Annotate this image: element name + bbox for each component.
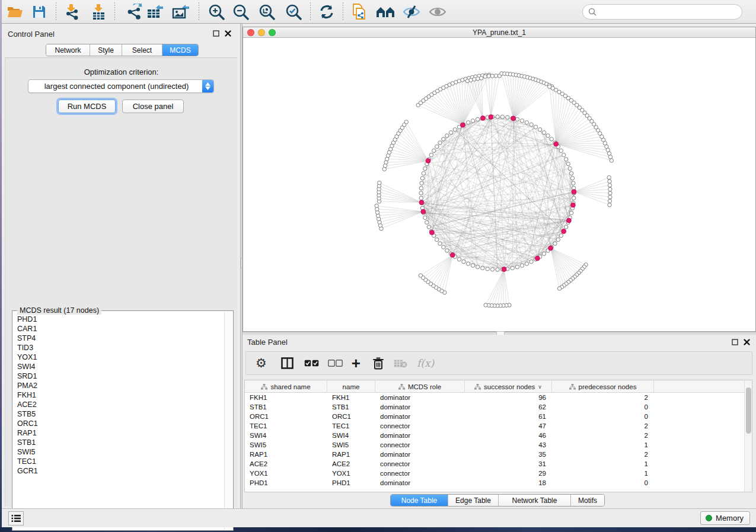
mcds-graph-node[interactable]: [562, 229, 566, 234]
graph-node[interactable]: [449, 131, 452, 134]
mcds-graph-node[interactable]: [571, 203, 576, 207]
zoom-selected-button[interactable]: [283, 2, 304, 21]
tab-network-table[interactable]: Network Table: [499, 495, 571, 506]
mcds-result-item[interactable]: ORC1: [13, 419, 224, 428]
mcds-graph-node[interactable]: [450, 253, 455, 258]
graph-node[interactable]: [511, 266, 514, 270]
graph-node[interactable]: [610, 159, 613, 162]
graph-node[interactable]: [438, 141, 442, 145]
graph-node[interactable]: [457, 258, 461, 261]
column-header-MCDS-role[interactable]: MCDS role: [375, 380, 465, 393]
mcds-graph-node[interactable]: [567, 218, 572, 223]
scrollbar-thumb[interactable]: [746, 387, 751, 434]
export-image-button[interactable]: [171, 2, 191, 21]
column-header-shared-name[interactable]: shared name: [245, 380, 327, 393]
table-row[interactable]: TEC1TEC1connector472: [245, 421, 752, 431]
graph-node[interactable]: [556, 238, 560, 241]
tab-edge-table[interactable]: Edge Table: [448, 495, 499, 506]
close-table-panel-button[interactable]: [743, 338, 751, 346]
graph-node[interactable]: [570, 177, 574, 180]
graph-node[interactable]: [442, 137, 445, 141]
export-table-button[interactable]: [145, 2, 165, 21]
graph-node[interactable]: [445, 249, 449, 252]
mcds-result-item[interactable]: CAR1: [13, 324, 224, 334]
graph-node[interactable]: [419, 186, 423, 190]
graph-node[interactable]: [471, 119, 474, 123]
mcds-result-item[interactable]: SRD1: [13, 371, 224, 381]
create-column-button[interactable]: +: [352, 352, 361, 374]
tab-select[interactable]: Select: [122, 44, 162, 56]
table-row[interactable]: SWI5SWI5connector431: [245, 440, 752, 450]
criterion-dropdown[interactable]: largest connected component (undirected): [28, 79, 214, 93]
graph-node[interactable]: [557, 287, 561, 290]
graph-node[interactable]: [608, 184, 611, 187]
graph-node[interactable]: [529, 260, 533, 264]
graph-node[interactable]: [427, 225, 430, 229]
mcds-result-item[interactable]: SWI5: [13, 447, 224, 457]
graph-node[interactable]: [476, 77, 480, 81]
mcds-result-item[interactable]: TEC1: [13, 457, 224, 466]
tab-node-table[interactable]: Node Table: [391, 495, 448, 506]
graph-node[interactable]: [404, 120, 408, 124]
table-row[interactable]: STB1STB1dominator620: [245, 402, 752, 412]
show-columns-button[interactable]: [281, 352, 294, 374]
graph-node[interactable]: [490, 74, 494, 78]
mcds-graph-node[interactable]: [511, 116, 516, 121]
delete-column-button[interactable]: [373, 352, 384, 374]
graph-node[interactable]: [608, 187, 612, 191]
graph-node[interactable]: [420, 177, 424, 180]
graph-node[interactable]: [484, 303, 487, 307]
graph-node[interactable]: [525, 262, 528, 265]
mcds-graph-node[interactable]: [548, 246, 553, 251]
graph-node[interactable]: [438, 242, 442, 245]
graph-node[interactable]: [542, 131, 546, 134]
mcds-result-item[interactable]: PHD1: [13, 315, 224, 324]
graph-node[interactable]: [572, 181, 575, 185]
graph-node[interactable]: [419, 274, 422, 277]
graph-node[interactable]: [378, 181, 381, 184]
apply-layout-button[interactable]: [317, 2, 337, 21]
graph-node[interactable]: [608, 180, 611, 183]
mcds-result-item[interactable]: ACE2: [13, 400, 224, 409]
graph-node[interactable]: [608, 203, 611, 207]
graph-node[interactable]: [486, 267, 489, 271]
graph-node[interactable]: [419, 196, 423, 200]
mcds-list-scrollbar[interactable]: [224, 312, 232, 530]
table-row[interactable]: YOX1YOX1connector291: [245, 469, 752, 478]
graph-node[interactable]: [435, 238, 439, 241]
tab-mcds[interactable]: MCDS: [162, 44, 198, 56]
graph-node[interactable]: [471, 264, 474, 267]
automation-panel-button[interactable]: [8, 511, 24, 525]
table-row[interactable]: SWI4SWI4dominator462: [245, 431, 752, 440]
graph-node[interactable]: [494, 74, 497, 78]
graph-node[interactable]: [529, 123, 533, 126]
graph-node[interactable]: [520, 264, 524, 267]
float-table-panel-button[interactable]: [731, 338, 739, 346]
memory-button[interactable]: Memory: [700, 511, 750, 525]
graph-node[interactable]: [442, 245, 445, 249]
graph-node[interactable]: [423, 216, 427, 219]
tab-style[interactable]: Style: [90, 44, 122, 56]
column-header-successor-nodes[interactable]: successor nodes∨: [465, 380, 552, 393]
graph-node[interactable]: [453, 128, 457, 132]
graph-node[interactable]: [572, 196, 576, 200]
mcds-result-item[interactable]: PMA2: [13, 381, 224, 390]
export-network-button[interactable]: [124, 2, 144, 21]
mcds-graph-node[interactable]: [481, 116, 486, 121]
open-session-button[interactable]: [5, 2, 25, 21]
table-scrollbar[interactable]: [744, 380, 752, 492]
float-panel-button[interactable]: [212, 30, 220, 37]
graph-node[interactable]: [538, 128, 542, 132]
graph-node[interactable]: [564, 158, 568, 161]
hide-selected-button[interactable]: [401, 2, 422, 21]
graph-node[interactable]: [445, 134, 449, 137]
graph-node[interactable]: [382, 167, 386, 171]
graph-node[interactable]: [608, 155, 612, 159]
graph-node[interactable]: [562, 153, 566, 156]
run-mcds-button[interactable]: Run MCDS: [58, 100, 116, 113]
graph-node[interactable]: [375, 204, 378, 207]
graph-node[interactable]: [608, 199, 611, 203]
mcds-result-item[interactable]: FKH1: [13, 390, 224, 400]
graph-node[interactable]: [490, 268, 494, 271]
table-row[interactable]: PHD1PHD1dominator180: [245, 478, 752, 488]
